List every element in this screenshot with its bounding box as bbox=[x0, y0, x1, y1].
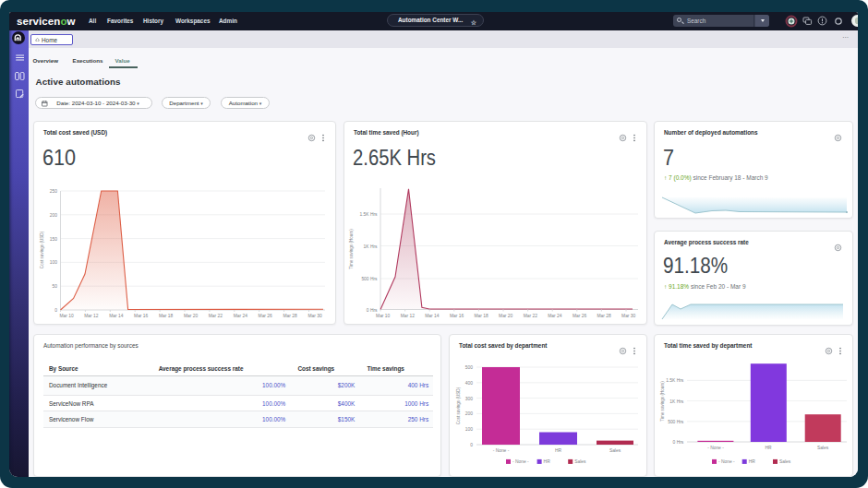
svg-text:HR: HR bbox=[544, 459, 551, 464]
svg-text:Mar 22: Mar 22 bbox=[524, 314, 538, 318]
svg-text:Sales: Sales bbox=[817, 446, 829, 450]
svg-text:300: 300 bbox=[465, 397, 473, 401]
svg-text:Cost savings (USD): Cost savings (USD) bbox=[40, 231, 44, 268]
svg-text:- None -: - None - bbox=[707, 446, 724, 450]
svg-text:Sales: Sales bbox=[609, 448, 621, 453]
svg-text:Mar 14: Mar 14 bbox=[109, 314, 124, 318]
svg-text:500 Hrs: 500 Hrs bbox=[668, 420, 684, 424]
svg-text:Mar 22: Mar 22 bbox=[209, 314, 223, 318]
svg-text:Mar 12: Mar 12 bbox=[84, 314, 99, 318]
svg-text:1K Hrs: 1K Hrs bbox=[364, 244, 379, 249]
svg-text:HR: HR bbox=[555, 448, 562, 453]
svg-text:50: 50 bbox=[53, 284, 58, 289]
svg-text:HR: HR bbox=[749, 459, 756, 464]
svg-text:Mar 10: Mar 10 bbox=[59, 314, 74, 318]
svg-text:Mar 24: Mar 24 bbox=[548, 314, 562, 318]
svg-text:200: 200 bbox=[50, 213, 57, 218]
svg-text:Time savings (Hours): Time savings (Hours) bbox=[349, 229, 354, 269]
svg-text:400: 400 bbox=[465, 381, 473, 386]
svg-text:100: 100 bbox=[465, 427, 473, 432]
svg-text:Mar 10: Mar 10 bbox=[376, 314, 391, 318]
svg-text:Sales: Sales bbox=[779, 459, 791, 464]
svg-text:- None -: - None - bbox=[718, 459, 735, 464]
svg-text:1.5K Hrs: 1.5K Hrs bbox=[666, 378, 684, 383]
svg-text:Mar 14: Mar 14 bbox=[425, 314, 440, 318]
svg-text:500: 500 bbox=[465, 365, 473, 370]
svg-text:Mar 24: Mar 24 bbox=[234, 314, 248, 318]
svg-text:- None -: - None - bbox=[493, 448, 510, 453]
svg-text:Mar 28: Mar 28 bbox=[597, 314, 611, 318]
svg-text:150: 150 bbox=[50, 237, 57, 242]
svg-text:Mar 18: Mar 18 bbox=[159, 314, 174, 318]
svg-text:Mar 18: Mar 18 bbox=[474, 314, 488, 318]
svg-text:Mar 28: Mar 28 bbox=[283, 314, 297, 318]
svg-text:200: 200 bbox=[465, 411, 473, 416]
svg-text:0: 0 bbox=[470, 443, 473, 447]
svg-text:500 Hrs: 500 Hrs bbox=[361, 277, 378, 281]
svg-text:Mar 26: Mar 26 bbox=[573, 314, 587, 318]
svg-text:0 Hrs: 0 Hrs bbox=[367, 308, 378, 313]
svg-text:0: 0 bbox=[54, 308, 57, 313]
svg-text:Time savings (Hours): Time savings (Hours) bbox=[660, 381, 665, 422]
svg-text:100: 100 bbox=[50, 260, 57, 265]
svg-text:Cost savings (USD): Cost savings (USD) bbox=[456, 387, 461, 424]
svg-text:Mar 16: Mar 16 bbox=[134, 314, 149, 318]
svg-text:Mar 20: Mar 20 bbox=[184, 314, 199, 318]
svg-text:1.5K Hrs: 1.5K Hrs bbox=[359, 212, 378, 217]
svg-text:Mar 26: Mar 26 bbox=[259, 314, 273, 318]
svg-text:250: 250 bbox=[50, 189, 57, 194]
svg-text:- None -: - None - bbox=[512, 459, 529, 464]
svg-text:0 Hrs: 0 Hrs bbox=[673, 440, 684, 445]
svg-text:Mar 30: Mar 30 bbox=[307, 314, 322, 318]
svg-text:Mar 16: Mar 16 bbox=[450, 314, 464, 318]
svg-text:HR: HR bbox=[765, 446, 772, 450]
svg-text:Mar 12: Mar 12 bbox=[401, 314, 416, 318]
svg-text:1K Hrs: 1K Hrs bbox=[669, 399, 684, 404]
svg-text:Mar 20: Mar 20 bbox=[499, 314, 513, 318]
svg-text:Sales: Sales bbox=[574, 459, 586, 464]
svg-text:Mar 30: Mar 30 bbox=[621, 314, 636, 318]
